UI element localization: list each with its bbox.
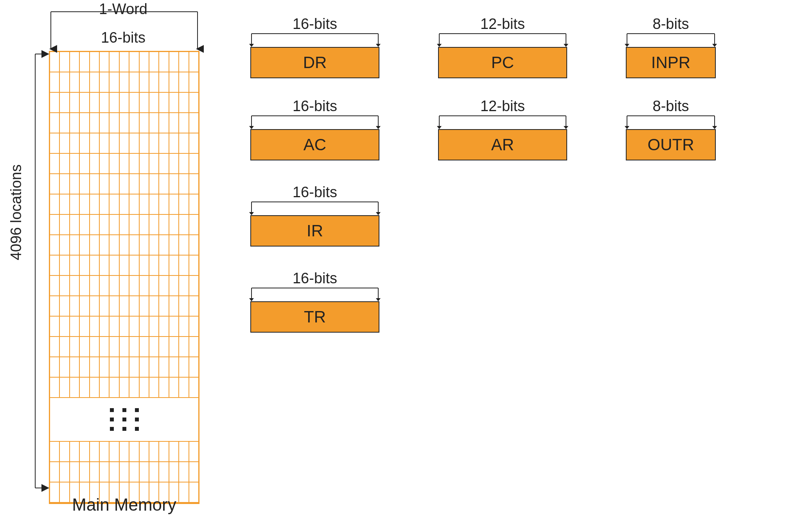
- ar-width-arrow: [438, 114, 567, 129]
- memory-cell: [129, 462, 139, 482]
- memory-row: [50, 194, 198, 215]
- memory-cell: [90, 72, 100, 93]
- memory-cell: [129, 194, 139, 215]
- memory-cell: [90, 113, 100, 133]
- memory-cell: [60, 296, 70, 317]
- memory-row: [50, 317, 198, 337]
- pc-width-arrow: [438, 32, 567, 47]
- memory-cell: [149, 113, 159, 133]
- memory-cell: [129, 317, 139, 337]
- memory-cell: [100, 72, 110, 93]
- memory-cell: [60, 276, 70, 296]
- memory-cell: [120, 194, 129, 215]
- memory-cell: [169, 52, 179, 72]
- memory-cell: [80, 52, 90, 72]
- memory-cell: [129, 296, 139, 317]
- ac-bits-label: 16-bits: [250, 98, 379, 115]
- memory-cell: [60, 317, 70, 337]
- memory-cell: [100, 378, 110, 398]
- memory-row: [50, 93, 198, 113]
- memory-cell: [179, 215, 189, 235]
- pc-bits-label: 12-bits: [438, 16, 567, 32]
- memory-cell: [169, 276, 179, 296]
- memory-cell: [129, 276, 139, 296]
- memory-cell: [70, 442, 80, 462]
- memory-cell: [129, 256, 139, 276]
- memory-cell: [189, 133, 198, 154]
- memory-cell: [129, 378, 139, 398]
- outr-register: OUTR: [626, 129, 716, 160]
- memory-cell: [110, 194, 119, 215]
- memory-cell: [189, 442, 198, 462]
- memory-cell: [70, 174, 80, 194]
- memory-cell: [120, 276, 129, 296]
- memory-cell: [169, 256, 179, 276]
- memory-cell: [140, 215, 149, 235]
- memory-cell: [110, 93, 119, 113]
- memory-row: [50, 378, 198, 398]
- memory-cell: [120, 113, 129, 133]
- memory-cell: [120, 357, 129, 378]
- memory-cell: [140, 442, 149, 462]
- memory-cell: [70, 113, 80, 133]
- ellipsis-icon: [135, 408, 139, 431]
- memory-cell: [60, 72, 70, 93]
- memory-cell: [129, 113, 139, 133]
- memory-cell: [129, 93, 139, 113]
- memory-cell: [129, 154, 139, 174]
- inpr-register: INPR: [626, 47, 716, 78]
- memory-cell: [110, 442, 119, 462]
- memory-row: [50, 442, 198, 462]
- memory-cell: [100, 113, 110, 133]
- memory-cell: [169, 462, 179, 482]
- memory-cell: [90, 317, 100, 337]
- memory-cell: [60, 174, 70, 194]
- memory-cell: [50, 296, 60, 317]
- ir-width-arrow: [250, 200, 379, 215]
- memory-row: [50, 462, 198, 482]
- memory-height-label: 4096 locations: [8, 164, 25, 260]
- memory-cell: [100, 133, 110, 154]
- memory-cell: [80, 174, 90, 194]
- memory-cell: [90, 194, 100, 215]
- memory-cell: [189, 154, 198, 174]
- memory-cell: [50, 113, 60, 133]
- memory-cell: [129, 442, 139, 462]
- memory-cell: [159, 442, 169, 462]
- memory-cell: [90, 337, 100, 357]
- memory-cell: [159, 93, 169, 113]
- memory-cell: [149, 337, 159, 357]
- memory-cell: [159, 133, 169, 154]
- memory-cell: [90, 378, 100, 398]
- memory-cell: [80, 93, 90, 113]
- memory-cell: [159, 357, 169, 378]
- memory-cell: [90, 256, 100, 276]
- memory-cell: [110, 215, 119, 235]
- memory-cell: [169, 378, 179, 398]
- memory-cell: [169, 357, 179, 378]
- memory-cell: [179, 357, 189, 378]
- dr-bits-label: 16-bits: [250, 16, 379, 32]
- memory-cell: [120, 337, 129, 357]
- memory-cell: [90, 215, 100, 235]
- memory-cell: [120, 174, 129, 194]
- memory-cell: [70, 357, 80, 378]
- memory-cell: [110, 462, 119, 482]
- memory-cell: [80, 317, 90, 337]
- memory-cell: [149, 256, 159, 276]
- memory-cell: [60, 357, 70, 378]
- memory-cell: [50, 357, 60, 378]
- memory-cell: [140, 378, 149, 398]
- memory-cell: [149, 357, 159, 378]
- memory-cell: [129, 174, 139, 194]
- memory-cell: [159, 256, 169, 276]
- memory-cell: [50, 154, 60, 174]
- memory-cell: [50, 317, 60, 337]
- memory-cell: [169, 174, 179, 194]
- memory-cell: [70, 93, 80, 113]
- memory-cell: [179, 133, 189, 154]
- memory-cell: [149, 317, 159, 337]
- memory-cell: [100, 462, 110, 482]
- memory-cell: [70, 235, 80, 256]
- outr-width-arrow: [626, 114, 716, 129]
